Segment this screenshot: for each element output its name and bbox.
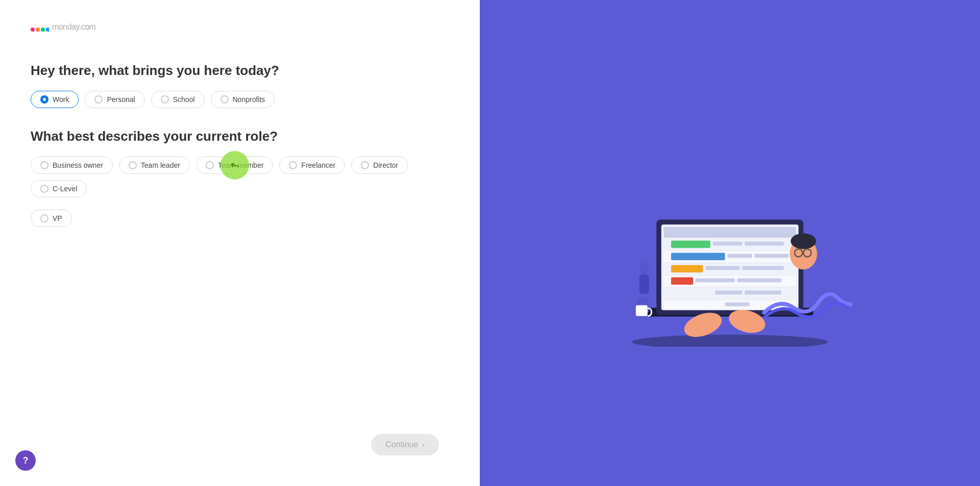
- option-freelancer[interactable]: Freelancer: [279, 157, 345, 174]
- logo-text: monday.com: [52, 20, 95, 32]
- option-nonprofits[interactable]: Nonprofits: [211, 91, 275, 108]
- option-team-member-label: Team member: [218, 161, 263, 169]
- option-director[interactable]: Director: [351, 157, 408, 174]
- radio-dot-personal: [94, 95, 103, 104]
- question2-options: Business owner Team leader Team member ↖…: [31, 157, 449, 227]
- shadow-ellipse: [632, 335, 828, 347]
- row-1-bar: [671, 240, 710, 247]
- row-5-text2: [745, 290, 781, 294]
- option-team-member[interactable]: Team member ↖: [196, 157, 273, 174]
- chevron-right-icon: ›: [422, 441, 425, 449]
- option-personal-label: Personal: [107, 95, 135, 104]
- question1-section: Hey there, what brings you here today? W…: [31, 63, 449, 108]
- option-team-leader[interactable]: Team leader: [119, 157, 190, 174]
- question2-section: What best describes your current role? B…: [31, 129, 449, 227]
- option-business-owner-label: Business owner: [53, 161, 103, 169]
- spreadsheet-header: [664, 226, 796, 237]
- radio-dot-team-member: [206, 161, 214, 169]
- row-2-text2: [754, 253, 789, 258]
- monday-logo-icon: [31, 21, 49, 32]
- row-6-text1: [725, 302, 749, 306]
- radio-dot-nonprofits: [220, 95, 229, 104]
- svg-point-2: [41, 28, 45, 32]
- option-vp[interactable]: VP: [31, 210, 72, 227]
- question1-title: Hey there, what brings you here today?: [31, 63, 449, 79]
- help-icon: ?: [23, 455, 29, 466]
- row-3-bar: [671, 265, 703, 272]
- radio-dot-business-owner: [40, 161, 48, 169]
- radio-dot-vp: [40, 214, 48, 222]
- question2-title: What best describes your current role?: [31, 129, 449, 144]
- row-1-text1: [713, 241, 742, 245]
- row-5-text1: [715, 290, 742, 294]
- continue-button-label: Continue: [385, 440, 418, 449]
- question1-options: Work Personal School Nonprofits: [31, 91, 449, 108]
- row-2-bar: [671, 252, 725, 260]
- option-nonprofits-label: Nonprofits: [233, 95, 265, 104]
- option-c-level-label: C-Level: [53, 185, 77, 193]
- row-1-text2: [745, 241, 784, 245]
- option-personal[interactable]: Personal: [85, 91, 144, 108]
- option-team-leader-label: Team leader: [141, 161, 180, 169]
- radio-dot-c-level: [40, 185, 48, 193]
- option-vp-label: VP: [53, 214, 62, 222]
- right-panel: [480, 0, 980, 486]
- option-business-owner[interactable]: Business owner: [31, 157, 113, 174]
- row-3-text1: [705, 266, 740, 270]
- coffee-cup: [636, 305, 648, 316]
- person-body-small: [639, 274, 649, 294]
- option-work-label: Work: [53, 95, 69, 104]
- option-c-level[interactable]: C-Level: [31, 180, 87, 197]
- row-4-text1: [696, 278, 735, 282]
- option-school-label: School: [173, 95, 195, 104]
- svg-point-0: [31, 28, 35, 32]
- row-4-bar: [671, 277, 693, 284]
- row-4-text2: [737, 278, 781, 282]
- help-button[interactable]: ?: [15, 450, 36, 471]
- left-panel: monday.com Hey there, what brings you he…: [0, 0, 480, 486]
- svg-point-3: [46, 28, 49, 32]
- option-school[interactable]: School: [151, 91, 205, 108]
- person-hair: [791, 233, 816, 249]
- illustration: [607, 141, 852, 345]
- illustration-svg: [607, 141, 852, 347]
- continue-button[interactable]: Continue ›: [371, 434, 439, 455]
- option-director-label: Director: [373, 161, 398, 169]
- svg-point-1: [36, 28, 40, 32]
- radio-dot-director: [361, 161, 369, 169]
- logo: monday.com: [31, 20, 449, 32]
- option-freelancer-label: Freelancer: [301, 161, 335, 169]
- row-2-text1: [727, 253, 752, 258]
- option-work[interactable]: Work: [31, 91, 79, 108]
- radio-dot-team-leader: [129, 161, 137, 169]
- radio-dot-freelancer: [289, 161, 297, 169]
- row-3-text2: [742, 266, 784, 270]
- radio-dot-work: [40, 95, 48, 104]
- radio-dot-school: [161, 95, 169, 104]
- person-head-small: [639, 263, 649, 274]
